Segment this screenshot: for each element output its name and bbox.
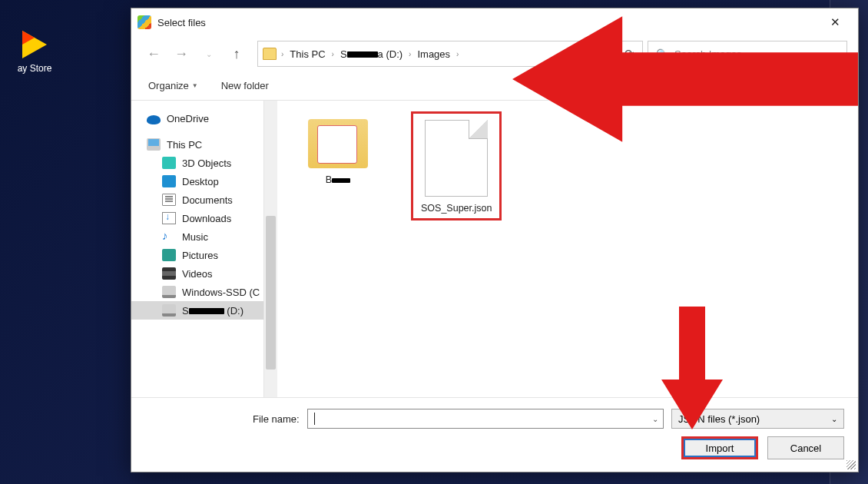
chevron-down-icon: ▼	[192, 82, 198, 89]
file-item-json[interactable]: SOS_Super.json	[411, 111, 502, 220]
play-store-shortcut[interactable]: ay Store	[8, 31, 61, 74]
chevron-down-icon: ⌄	[831, 415, 837, 423]
import-button[interactable]: Import	[681, 436, 758, 459]
annotation-arrow-left	[512, 8, 858, 150]
videos-icon	[162, 267, 176, 280]
tree-3d-objects[interactable]: 3D Objects	[131, 154, 263, 172]
file-icon	[425, 120, 488, 197]
3d-objects-icon	[162, 157, 176, 169]
chevron-right-icon: ›	[409, 50, 411, 58]
file-label: SOS_Super.json	[421, 203, 492, 214]
forward-button[interactable]: →	[170, 42, 193, 65]
play-store-label: ay Store	[8, 63, 61, 74]
documents-icon	[162, 194, 176, 206]
up-button[interactable]: ↑	[225, 42, 248, 65]
downloads-icon	[162, 212, 176, 224]
tree-desktop[interactable]: Desktop	[131, 172, 263, 191]
organize-menu[interactable]: Organize▼	[144, 77, 203, 94]
drive-icon	[162, 286, 176, 298]
dialog-footer: File name: ⌄ JSON files (*.json) ⌄ Impor…	[131, 397, 858, 472]
chevron-right-icon: ›	[332, 50, 334, 58]
dialog-title: Select files	[157, 17, 206, 28]
pc-icon	[147, 138, 161, 151]
breadcrumb-drive[interactable]: Sa (D:)	[337, 48, 406, 60]
sidebar-scrollbar[interactable]	[264, 101, 277, 397]
onedrive-icon	[147, 115, 161, 124]
file-name-input[interactable]: ⌄	[307, 409, 664, 429]
tree-music[interactable]: ♪Music	[131, 227, 263, 246]
nav-tree: OneDrive This PC 3D Objects Desktop Docu…	[131, 101, 264, 397]
chevron-right-icon: ›	[281, 50, 283, 58]
drive-icon	[162, 304, 176, 317]
folder-icon	[263, 48, 277, 60]
pictures-icon	[162, 249, 176, 261]
svg-marker-1	[661, 307, 723, 429]
back-button[interactable]: ←	[142, 42, 165, 65]
play-store-icon	[22, 31, 47, 58]
new-folder-button[interactable]: New folder	[217, 77, 273, 94]
breadcrumb-root[interactable]: This PC	[287, 48, 328, 60]
file-picker-dialog: Select files ✕ ← → ⌄ ↑ › This PC › Sa (D…	[131, 8, 859, 472]
breadcrumb-folder[interactable]: Images	[414, 48, 453, 60]
tree-videos[interactable]: Videos	[131, 264, 263, 283]
folder-icon	[308, 119, 368, 168]
chevron-right-icon: ›	[456, 50, 459, 58]
desktop-icon	[162, 175, 176, 187]
tree-downloads[interactable]: Downloads	[131, 209, 263, 227]
app-icon	[137, 15, 151, 29]
cancel-button[interactable]: Cancel	[767, 436, 844, 459]
tree-documents[interactable]: Documents	[131, 191, 263, 209]
svg-marker-0	[512, 16, 858, 142]
tree-onedrive[interactable]: OneDrive	[131, 110, 263, 128]
tree-drive-d[interactable]: S (D:)	[131, 301, 263, 320]
resize-grip[interactable]	[846, 460, 856, 469]
annotation-arrow-down	[658, 307, 727, 429]
tree-drive-c[interactable]: Windows-SSD (C	[131, 283, 263, 301]
tree-thispc[interactable]: This PC	[131, 135, 263, 154]
recent-dropdown[interactable]: ⌄	[197, 42, 220, 65]
folder-label: B	[293, 174, 383, 185]
tree-pictures[interactable]: Pictures	[131, 246, 263, 264]
music-icon: ♪	[162, 230, 176, 243]
file-name-label: File name:	[253, 413, 300, 425]
folder-item[interactable]: B	[293, 111, 383, 185]
